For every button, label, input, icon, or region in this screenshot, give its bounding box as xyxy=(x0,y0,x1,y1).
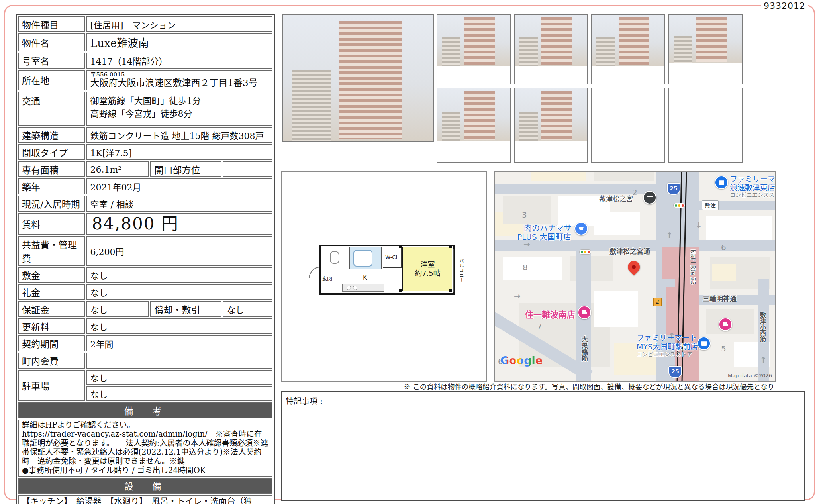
familymart-mys-line3: コンビニエンスストア xyxy=(637,350,692,358)
one-way-arrow-icon: → xyxy=(514,291,521,301)
familymart-east-line3: コンビニエンスス xyxy=(730,190,774,198)
torii-glyph xyxy=(647,196,653,197)
row-keymoney-label: 礼金 xyxy=(18,284,85,300)
property-photo-5 xyxy=(437,88,511,163)
bathtub-icon xyxy=(353,250,372,267)
row-layout-value: 1K[洋7.5] xyxy=(86,144,272,160)
floorplan-balcony-label: バルコニー xyxy=(458,259,464,282)
street-label-konishi: 敷津小西筋 xyxy=(758,312,767,342)
map-building xyxy=(712,264,736,281)
supermarket-cart-icon[interactable] xyxy=(574,222,588,235)
row-built-value: 2021年02月 xyxy=(86,178,272,194)
building-photo-placeholder xyxy=(669,15,742,63)
map-building xyxy=(594,291,638,327)
empty-photo-slot-2 xyxy=(668,88,743,163)
row-name-value: Luxe難波南 xyxy=(86,33,272,51)
station-area xyxy=(662,247,675,279)
row-amortization-label: 償却・敷引 xyxy=(150,301,221,317)
row-townfee-label: 町内会費 xyxy=(18,353,85,369)
one-way-arrow-icon: ↓ xyxy=(696,220,702,230)
row-rent-value: 84,800 円 xyxy=(86,213,272,235)
address-text: 大阪府大阪市浪速区敷津西２丁目1番3号 xyxy=(90,78,268,89)
pillar xyxy=(449,289,452,292)
pin-dot xyxy=(631,264,637,270)
row-renewal-label: 更新料 xyxy=(18,318,85,334)
traffic-light-icon xyxy=(673,203,685,208)
row-area-value: 26.1m² xyxy=(86,161,149,177)
station-exit-number: 2 xyxy=(653,298,662,306)
block-number: 8 xyxy=(523,263,528,272)
supermarket-label-line2: PLUS 大国町店 xyxy=(512,231,576,242)
special-notes-label: 特記事項 : xyxy=(282,392,804,410)
row-deposit-label: 敷金 xyxy=(18,267,85,283)
building-photo-placeholder xyxy=(437,15,510,66)
remarks-header: 備 考 xyxy=(18,402,272,418)
row-room-label: 号室名 xyxy=(18,53,85,69)
equipment-header: 設 備 xyxy=(18,478,272,494)
block-number: 5 xyxy=(721,344,726,353)
row-layout-label: 間取タイプ xyxy=(18,144,85,160)
row-guarantee-value: なし xyxy=(86,301,149,317)
row-built-label: 築年 xyxy=(18,178,85,194)
property-location-pin[interactable] xyxy=(625,259,642,275)
route-25-shield: 25 xyxy=(668,366,682,378)
pillar xyxy=(399,245,402,248)
station-area xyxy=(666,287,675,335)
toilet-icon xyxy=(330,251,339,264)
pillar xyxy=(399,289,402,292)
traffic-light-icon xyxy=(579,249,591,255)
access-line2: 高野線「今宮戎」徒歩8分 xyxy=(90,106,268,119)
row-amortization-value: なし xyxy=(223,301,272,317)
access-line1: 御堂筋線「大国町」徒歩1分 xyxy=(90,94,268,106)
floorplan-genkan-label: 玄関 xyxy=(322,275,332,282)
row-status-label: 現況/入居時期 xyxy=(18,196,85,212)
row-access-label: 交通 xyxy=(18,92,85,126)
bed-glyph xyxy=(723,324,728,326)
building-photo-placeholder xyxy=(437,88,510,141)
empty-photo-slot-1 xyxy=(591,88,665,163)
remarks-text: 詳細はHPよりご確認ください。 https://trader-vacancy.a… xyxy=(18,420,272,477)
row-renewal-value: なし xyxy=(86,318,272,334)
row-name-label: 物件名 xyxy=(18,33,85,51)
row-direction-label: 開口部方位 xyxy=(150,161,221,177)
row-keymoney-value: なし xyxy=(86,284,272,300)
google-logo: Google xyxy=(500,354,543,367)
building-photo-placeholder xyxy=(515,15,587,66)
sumiichi-label: 住一難波南店 xyxy=(525,308,575,320)
building-photo-placeholder xyxy=(515,88,587,141)
floorplan-closet: W-CL xyxy=(383,247,402,268)
floorplan-box: W-CL 洋室 約7.5帖 玄関 K バルコニー xyxy=(281,171,487,382)
familymart-east-icon[interactable] xyxy=(715,176,728,189)
floorplan-main-room: 洋室 約7.5帖 xyxy=(402,247,452,291)
shrine-icon[interactable] xyxy=(643,191,656,204)
kitchen-counter-icon xyxy=(342,284,384,292)
building-photo-placeholder xyxy=(592,15,664,66)
property-photo-3 xyxy=(591,14,665,84)
storefront-glyph xyxy=(701,341,707,346)
street-label-natl-rte: Nat'l Rte 25 xyxy=(689,249,696,285)
row-rent-label: 賃料 xyxy=(18,213,85,235)
hotel-poi-icon[interactable] xyxy=(719,318,732,331)
map-building xyxy=(594,212,640,235)
map-building xyxy=(531,172,586,181)
location-map[interactable]: 敷津松之宮通 三輪明神通 大黒橋筋 Nat'l Rte 25 敷津小西筋 25 … xyxy=(494,171,776,382)
street-label-shikitsu-matsunomiya: 敷津松之宮通 xyxy=(609,246,650,256)
row-contract-value: 2年間 xyxy=(86,335,272,351)
property-photo-1 xyxy=(437,14,511,84)
row-parking-label: 駐車場 xyxy=(18,370,85,401)
station-name-label: 敷津 xyxy=(702,200,719,210)
property-photo-4 xyxy=(668,14,743,84)
row-address-label: 所在地 xyxy=(18,70,85,90)
map-copyright: Map data ©2026 xyxy=(728,373,772,378)
property-photo-6 xyxy=(514,88,588,163)
burner-icon xyxy=(347,286,351,290)
map-building xyxy=(594,172,654,181)
sumiichi-hotel-icon[interactable] xyxy=(578,306,591,319)
property-flyer-page: 9332012 物件種目 [住居用] マンション 物件名 Luxe難波南 号室名… xyxy=(0,0,819,504)
familymart-mys-icon[interactable] xyxy=(697,337,711,350)
street-label-daikoku: 大黒橋筋 xyxy=(579,336,589,361)
burner-icon xyxy=(353,286,357,290)
one-way-arrow-icon: ↑ xyxy=(666,231,673,240)
row-direction-value xyxy=(223,161,272,177)
row-fee-label: 共益費・管理費 xyxy=(18,236,85,266)
